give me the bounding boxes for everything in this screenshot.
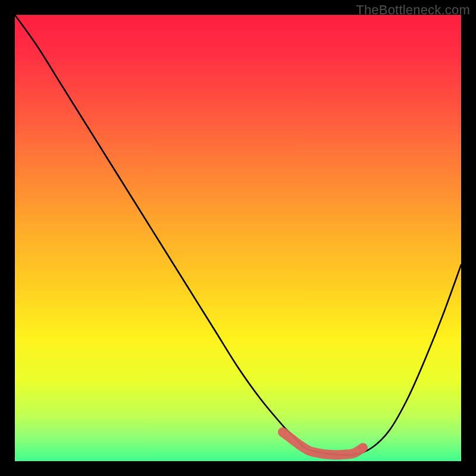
valley-end-marker <box>359 444 367 452</box>
curve-layer <box>15 15 461 461</box>
bottleneck-curve <box>15 15 461 455</box>
chart-frame: TheBottleneck.com <box>0 0 476 476</box>
valley-band <box>283 432 363 455</box>
plot-area <box>15 15 461 461</box>
